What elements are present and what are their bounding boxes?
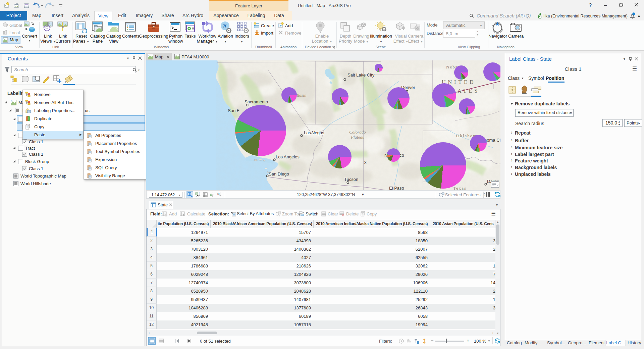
svg-text:Los Angeles: Los Angeles — [276, 154, 300, 159]
svg-text:co: co — [399, 153, 404, 158]
svg-text:Salt Lake City: Salt Lake City — [347, 72, 375, 78]
svg-text:N: N — [217, 192, 220, 196]
svg-text:Las Vegas: Las Vegas — [304, 130, 324, 135]
svg-text:El Paso: El Paso — [389, 186, 404, 190]
svg-text:Plateau: Plateau — [351, 135, 365, 140]
svg-text:Sacramento: Sacramento — [245, 99, 268, 104]
svg-text:San F: San F — [228, 108, 239, 113]
svg-text:San Diego: San Diego — [269, 171, 289, 177]
svg-text:ATES: ATES — [458, 88, 480, 94]
svg-text:Tucson: Tucson — [344, 177, 358, 182]
svg-text:Basin: Basin — [297, 93, 307, 98]
svg-text:homa City: homa City — [484, 138, 500, 143]
svg-text:Texas: Texas — [453, 186, 467, 190]
svg-text:Colorado: Colorado — [349, 130, 366, 135]
svg-text:x: x — [364, 160, 367, 165]
